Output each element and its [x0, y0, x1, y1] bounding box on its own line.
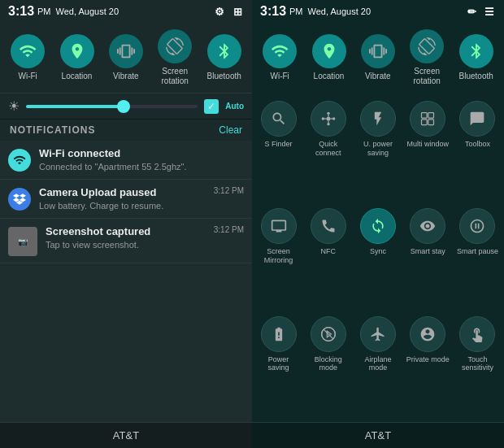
left-time: 3:13 — [8, 4, 34, 19]
notif-screenshot-content: Screenshot captured Tap to view screensh… — [46, 225, 206, 250]
grid-smart-stay-circle — [410, 208, 445, 244]
grid-s-finder-circle — [261, 101, 297, 137]
toggle-vibrate-circle — [109, 34, 143, 68]
grid-sync[interactable]: Sync — [354, 205, 401, 309]
right-ampm: PM — [289, 7, 303, 16]
brightness-fill — [26, 105, 120, 108]
grid-airplane-mode-circle — [360, 316, 396, 352]
right-toggle-wifi[interactable]: Wi-Fi — [263, 34, 297, 81]
notif-camera-time: 3:12 PM — [214, 186, 244, 195]
toggle-bluetooth[interactable]: Bluetooth — [207, 34, 241, 81]
grid-u-power-circle — [360, 101, 396, 137]
notif-screenshot[interactable]: 📷 Screenshot captured Tap to view screen… — [0, 219, 252, 263]
pencil-icon[interactable]: ✏ — [465, 5, 478, 18]
left-ampm: PM — [37, 7, 51, 16]
toggle-wifi-label: Wi-Fi — [19, 72, 37, 81]
toggle-rotation[interactable]: Screenrotation — [158, 29, 192, 86]
grid-touch-sensitivity[interactable]: Touch sensitivity — [454, 313, 501, 417]
grid-smart-pause[interactable]: Smart pause — [454, 205, 501, 309]
right-toggle-rotation-circle — [410, 29, 444, 63]
notif-screenshot-time: 3:12 PM — [214, 225, 244, 234]
left-status-icons: ⚙ ⊞ — [213, 5, 244, 18]
toggle-vibrate-label: Vibrate — [113, 72, 139, 81]
grid-nfc-label: NFC — [321, 247, 337, 256]
toggle-wifi[interactable]: Wi-Fi — [11, 34, 45, 81]
grid-multi-window-circle — [410, 101, 445, 137]
right-toggle-location[interactable]: Location — [312, 34, 346, 81]
grid-s-finder-label: S Finder — [265, 140, 293, 149]
brightness-auto-label: Auto — [225, 102, 244, 111]
grid-sync-circle — [360, 208, 396, 244]
right-toggle-wifi-circle — [263, 34, 297, 68]
grid-toolbox-circle — [459, 101, 495, 137]
notif-wifi-content: Wi-Fi connected Connected to "Apartment … — [39, 147, 244, 172]
grid-touch-sensitivity-circle — [459, 316, 495, 352]
right-status-bar: 3:13 PM Wed, August 20 ✏ ☰ — [252, 0, 504, 23]
grid-icon[interactable]: ⊞ — [231, 5, 244, 18]
left-carrier: AT&T — [113, 429, 139, 441]
grid-smart-pause-circle — [459, 208, 495, 244]
grid-private-mode[interactable]: Private mode — [405, 313, 451, 417]
grid-smart-pause-label: Smart pause — [457, 247, 498, 256]
notif-camera-content: Camera Upload paused Low battery. Charge… — [39, 186, 206, 211]
notif-camera[interactable]: Camera Upload paused Low battery. Charge… — [0, 180, 252, 219]
grid-screen-mirroring-circle — [261, 208, 297, 244]
right-carrier: AT&T — [365, 429, 391, 441]
notif-screenshot-subtitle: Tap to view screenshot. — [46, 239, 206, 250]
left-carrier-bar: AT&T — [0, 422, 252, 448]
toggle-wifi-circle — [11, 34, 45, 68]
svg-rect-10 — [428, 113, 434, 119]
grid-power-saving[interactable]: Power saving — [255, 313, 302, 417]
grid-smart-stay[interactable]: Smart stay — [405, 205, 451, 309]
grid-power-saving-label: Power saving — [257, 355, 300, 373]
grid-u-power[interactable]: U. power saving — [354, 98, 401, 202]
right-carrier-bar: AT&T — [252, 422, 504, 448]
grid-multi-window[interactable]: Multi window — [405, 98, 451, 202]
toggle-rotation-circle — [158, 29, 192, 63]
svg-point-4 — [326, 117, 330, 121]
right-toggle-location-circle — [312, 34, 346, 68]
grid-s-finder[interactable]: S Finder — [255, 98, 302, 202]
right-quick-toggles: Wi-Fi Location Vibrate Screenrotation Bl… — [252, 23, 504, 93]
right-toggle-bluetooth[interactable]: Bluetooth — [459, 34, 493, 81]
grid-airplane-mode-label: Airplane mode — [356, 355, 399, 373]
right-toggle-location-label: Location — [314, 72, 345, 81]
right-toggle-bluetooth-label: Bluetooth — [459, 72, 493, 81]
grid-smart-stay-label: Smart stay — [411, 247, 445, 256]
grid-screen-mirroring[interactable]: Screen Mirroring — [255, 205, 302, 309]
clear-button[interactable]: Clear — [219, 124, 242, 136]
right-toggle-rotation[interactable]: Screenrotation — [410, 29, 444, 86]
grid-toolbox[interactable]: Toolbox — [454, 98, 501, 202]
right-toggle-rotation-label: Screenrotation — [414, 67, 441, 86]
notif-wifi[interactable]: Wi-Fi connected Connected to "Apartment … — [0, 141, 252, 180]
right-time: 3:13 — [260, 4, 286, 19]
right-panel: 3:13 PM Wed, August 20 ✏ ☰ Wi-Fi Locatio… — [252, 0, 504, 448]
grid-power-saving-circle — [261, 316, 297, 352]
grid-blocking-mode-circle — [311, 316, 346, 352]
grid-u-power-label: U. power saving — [356, 140, 399, 158]
grid-quick-connect-circle — [311, 101, 346, 137]
grid-multi-window-label: Multi window — [406, 140, 449, 149]
toggle-vibrate[interactable]: Vibrate — [109, 34, 143, 81]
right-toggle-vibrate[interactable]: Vibrate — [361, 34, 395, 81]
list-icon[interactable]: ☰ — [483, 5, 496, 18]
grid-blocking-mode[interactable]: Blocking mode — [305, 313, 351, 417]
left-status-bar: 3:13 PM Wed, August 20 ⚙ ⊞ — [0, 0, 252, 23]
notif-camera-subtitle: Low battery. Charge to resume. — [39, 200, 206, 211]
right-toggle-vibrate-label: Vibrate — [365, 72, 391, 81]
notif-wifi-subtitle: Connected to "Apartment 55 2.5ghz". — [39, 161, 244, 172]
grid-quick-connect[interactable]: Quick connect — [305, 98, 351, 202]
notif-camera-title: Camera Upload paused — [39, 186, 206, 200]
notifications-header: NOTIFICATIONS Clear — [0, 120, 252, 141]
brightness-row: ☀ ✓ Auto — [0, 93, 252, 120]
toggle-location-label: Location — [62, 72, 93, 81]
auto-check[interactable]: ✓ — [204, 99, 219, 114]
left-panel: 3:13 PM Wed, August 20 ⚙ ⊞ Wi-Fi Locatio… — [0, 0, 252, 448]
grid-airplane-mode[interactable]: Airplane mode — [354, 313, 401, 417]
grid-nfc[interactable]: NFC — [305, 205, 351, 309]
settings-icon[interactable]: ⚙ — [213, 5, 226, 18]
toggle-location[interactable]: Location — [60, 34, 94, 81]
brightness-bar[interactable] — [26, 105, 198, 108]
notif-wifi-icon — [8, 149, 31, 172]
svg-rect-12 — [428, 120, 434, 125]
